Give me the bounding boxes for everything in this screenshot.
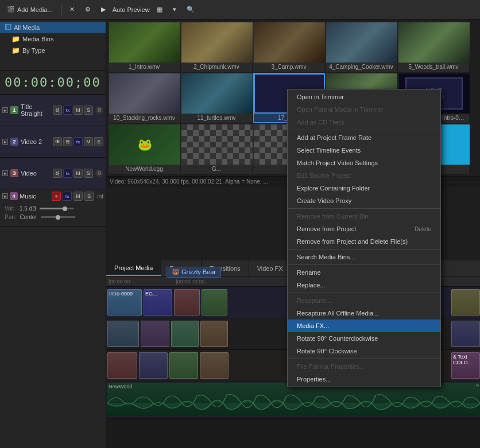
vol-slider-4[interactable] bbox=[40, 208, 74, 209]
clip-track3-4[interactable] bbox=[200, 352, 229, 379]
ctx-label: Add at Project Frame Rate bbox=[297, 134, 371, 141]
media-label-7: 11_turtles.wmv bbox=[181, 114, 251, 122]
track-expand-2[interactable]: ▸ bbox=[2, 139, 8, 145]
ctx-select-timeline[interactable]: Select Timeline Events bbox=[288, 144, 440, 157]
clip-track2-4[interactable] bbox=[200, 321, 228, 347]
grizzly-bear-label: 🐻 Grizzly Bear bbox=[167, 276, 221, 278]
add-media-button[interactable]: 🎬 Add Media... bbox=[3, 4, 56, 15]
ctx-label: Create Video Proxy bbox=[297, 197, 351, 204]
media-item-3[interactable]: 3_Camp.wmv bbox=[253, 22, 324, 72]
clip-track1-2[interactable]: EG... bbox=[144, 289, 172, 315]
media-item-12[interactable]: G... bbox=[181, 124, 252, 174]
media-item-7[interactable]: 11_turtles.wmv bbox=[181, 73, 252, 123]
ctx-rotate-cw[interactable]: Rotate 90° Clockwise bbox=[288, 345, 440, 357]
ctx-rotate-ccw[interactable]: Rotate 90° Counterclockwise bbox=[288, 332, 440, 345]
track-fx-btn-2[interactable]: fx bbox=[73, 137, 83, 146]
grid-view-button[interactable]: ▦ bbox=[153, 4, 166, 15]
track-m-btn-3[interactable]: M bbox=[73, 169, 83, 178]
track-expand-1[interactable]: ▸ bbox=[2, 107, 8, 113]
track-chain-btn-3[interactable]: ⛓ bbox=[53, 169, 62, 178]
vol-thumb-4[interactable] bbox=[63, 207, 67, 211]
clip-track3-right[interactable]: & Text COLO... bbox=[451, 352, 480, 379]
ctx-properties[interactable]: Properties... bbox=[288, 373, 440, 385]
tab-project-media[interactable]: Project Media bbox=[106, 260, 161, 276]
ctx-label: Remove from Project and Delete File(s) bbox=[297, 238, 408, 245]
sidebar-item-media-bins[interactable]: 📁 Media Bins bbox=[0, 33, 106, 45]
track-expand-4[interactable]: ▸ bbox=[2, 193, 8, 199]
audio-clip[interactable]: NewWorld bbox=[107, 383, 480, 416]
ctx-add-frame-rate[interactable]: Add at Project Frame Rate bbox=[288, 131, 440, 144]
track-s-btn-2[interactable]: S bbox=[94, 137, 103, 146]
track-badge-2: 2 bbox=[10, 138, 18, 146]
ctx-replace[interactable]: Replace... bbox=[288, 279, 440, 291]
track-expand-3[interactable]: ▸ bbox=[2, 170, 8, 176]
track-gear-3[interactable]: ⚙ bbox=[95, 169, 103, 177]
ctx-match-settings[interactable]: Match Project Video Settings bbox=[288, 157, 440, 169]
clip-track2-right[interactable] bbox=[451, 321, 480, 347]
media-item-11[interactable]: 🐸 NewWorld.ogg bbox=[109, 124, 180, 174]
ctx-label: Open in Trimmer bbox=[297, 94, 344, 100]
media-label-2: 2_Chipmunk.wmv bbox=[181, 63, 251, 71]
sidebar-item-by-type[interactable]: 📁 By Type bbox=[0, 45, 106, 56]
track-chain-btn-1[interactable]: ⛓ bbox=[53, 106, 62, 115]
pan-thumb-4[interactable] bbox=[56, 215, 60, 220]
track-fx-btn-3[interactable]: fx bbox=[63, 169, 72, 178]
media-label-11: NewWorld.ogg bbox=[109, 165, 179, 173]
clip-track2-2[interactable] bbox=[141, 321, 169, 347]
media-item-6[interactable]: 10_Stacking_rocks.wmv bbox=[109, 73, 180, 123]
track-m-btn-1[interactable]: M bbox=[73, 106, 83, 115]
ctx-remove-delete[interactable]: Remove from Project and Delete File(s) bbox=[288, 235, 440, 248]
ctx-create-proxy[interactable]: Create Video Proxy bbox=[288, 194, 440, 207]
ctx-label: Match Project Video Settings bbox=[297, 159, 378, 166]
track-eye-btn-2[interactable]: 👁 bbox=[53, 137, 62, 146]
ctx-label: Select Timeline Events bbox=[297, 147, 361, 154]
play-button[interactable]: ▶ bbox=[98, 4, 109, 15]
pan-slider-4[interactable] bbox=[41, 216, 75, 218]
ctx-sep-5 bbox=[288, 293, 440, 293]
ctx-open-trimmer[interactable]: Open in Trimmer bbox=[288, 91, 440, 103]
clip-track3-3[interactable] bbox=[169, 352, 198, 379]
tab-video-fx[interactable]: Video FX bbox=[249, 260, 292, 276]
play-icon: ▶ bbox=[101, 6, 106, 13]
close-tab-button[interactable]: ✕ bbox=[66, 4, 78, 15]
settings-button[interactable]: ⚙ bbox=[82, 4, 94, 15]
ctx-search-bins[interactable]: Search Media Bins... bbox=[288, 251, 440, 263]
media-item-4[interactable]: 4_Camping_Cooker.wmv bbox=[326, 22, 397, 72]
ctx-rename[interactable]: Rename bbox=[288, 266, 440, 279]
track-chain-btn-2[interactable]: ⛓ bbox=[63, 137, 72, 146]
track-gear-1[interactable]: ⚙ bbox=[95, 106, 103, 114]
toolbar-separator-1 bbox=[61, 4, 61, 15]
track-header-2: ▸ 2 Video 2 👁 ⛓ fx M S bbox=[0, 126, 106, 158]
clip-track1-1[interactable]: Intro-0000 bbox=[107, 289, 142, 315]
track-s-btn-4[interactable]: S bbox=[84, 192, 94, 201]
clip-track1-3[interactable] bbox=[174, 289, 200, 315]
media-item-1[interactable]: 1_Intro.wmv bbox=[109, 22, 180, 72]
ctx-recapture-all[interactable]: Recapture All Offline Media... bbox=[288, 307, 440, 320]
clip-track3-2[interactable] bbox=[139, 352, 168, 379]
track-s-btn-1[interactable]: S bbox=[84, 106, 93, 115]
ctx-media-fx[interactable]: Media FX... bbox=[288, 320, 440, 332]
track-m-btn-2[interactable]: M bbox=[84, 137, 93, 146]
track-m-btn-4[interactable]: M bbox=[73, 192, 83, 201]
clip-track3-1[interactable] bbox=[107, 352, 137, 379]
track-record-btn-4[interactable]: ● bbox=[52, 192, 61, 201]
ctx-explore-folder[interactable]: Explore Containing Folder bbox=[288, 182, 440, 194]
media-item-2[interactable]: 2_Chipmunk.wmv bbox=[181, 22, 252, 72]
track-fx-btn-1[interactable]: fx bbox=[63, 106, 72, 115]
track-name-3: Video bbox=[21, 170, 51, 177]
clip-track2-3[interactable] bbox=[171, 321, 199, 347]
media-status-text: Video: 960x540x24, 30.000 fps, 00:00:02:… bbox=[110, 178, 268, 185]
track-s-btn-3[interactable]: S bbox=[84, 169, 93, 178]
frog-icon: 🐸 bbox=[138, 138, 152, 151]
media-item-5[interactable]: 5_Woods_trail.wmv bbox=[398, 22, 469, 72]
track-fx-btn-4[interactable]: fx bbox=[63, 192, 72, 201]
ctx-remove-project[interactable]: Remove from Project Delete bbox=[288, 223, 440, 235]
clip-track1-4[interactable] bbox=[202, 289, 227, 315]
track-controls-2: 👁 ⛓ fx M S bbox=[53, 137, 103, 146]
dropdown-button[interactable]: ▾ bbox=[169, 4, 180, 15]
sidebar-item-all-media[interactable]: 🎞 All Media bbox=[0, 22, 106, 33]
clip-track2-1[interactable] bbox=[107, 321, 139, 347]
pan-value: Center bbox=[20, 214, 37, 220]
clip-track1-right[interactable] bbox=[451, 289, 480, 315]
search-button[interactable]: 🔍 bbox=[183, 4, 198, 15]
